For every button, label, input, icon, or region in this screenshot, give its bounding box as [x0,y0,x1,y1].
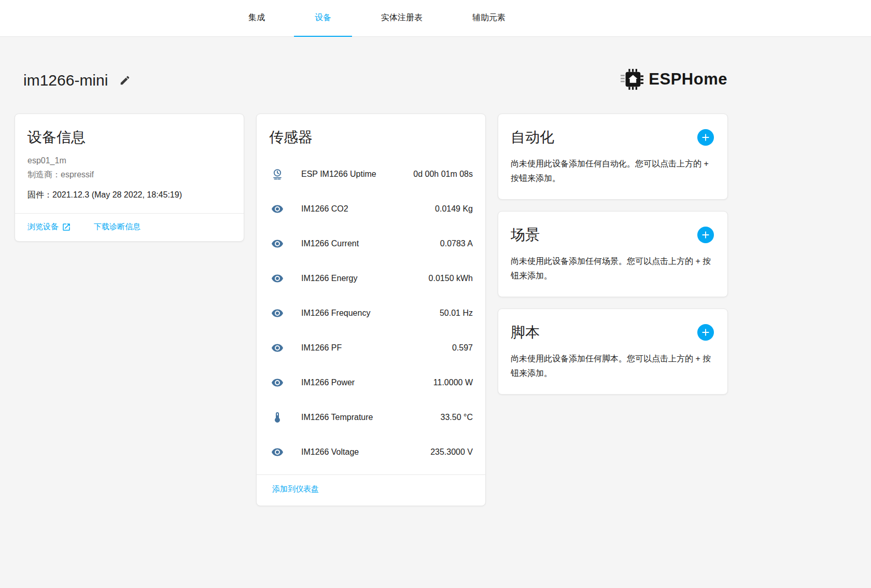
esphome-logo: ESPHome [621,68,727,91]
eye-icon [271,307,284,319]
sensors-title: 传感器 [257,114,485,153]
add-scene-button[interactable] [697,227,714,243]
scenes-description: 尚未使用此设备添加任何场景。您可以点击上方的 + 按钮来添加。 [498,250,727,297]
add-to-dashboard-label: 添加到仪表盘 [272,484,319,494]
sensor-value: 50.01 Hz [440,309,473,318]
sensor-row-uptime[interactable]: ESP IM1266 Uptime 0d 00h 01m 08s [257,157,485,191]
sensor-row-temperature[interactable]: IM1266 Temprature 33.50 °C [257,400,485,435]
open-in-new-icon [62,222,71,232]
visit-device-link[interactable]: 浏览设备 [27,222,71,232]
eye-icon [271,376,284,389]
scripts-header: 脚本 [498,309,727,347]
automations-card: 自动化 尚未使用此设备添加任何自动化。您可以点击上方的 + 按钮来添加。 [498,114,728,200]
sensor-list: ESP IM1266 Uptime 0d 00h 01m 08s IM1266 … [257,153,485,474]
sensor-value: 0.0149 Kg [435,204,473,214]
cards-grid: 设备信息 esp01_1m 制造商：espressif 固件：2021.12.3… [15,114,727,506]
sensor-value: 0d 00h 01m 08s [413,170,473,179]
sensor-row-pf[interactable]: IM1266 PF 0.597 [257,330,485,365]
automations-header: 自动化 [498,114,727,152]
sensor-row-power[interactable]: IM1266 Power 11.0000 W [257,365,485,400]
eye-icon [271,272,284,285]
device-model: esp01_1m [15,153,244,167]
scripts-card: 脚本 尚未使用此设备添加任何脚本。您可以点击上方的 + 按钮来添加。 [498,309,728,395]
eye-icon [271,237,284,250]
sensor-value: 0.597 [452,343,473,353]
device-manufacturer: 制造商：espressif [15,167,244,181]
scenes-header: 场景 [498,212,727,250]
sensor-value: 0.0150 kWh [429,274,473,283]
sensor-row-current[interactable]: IM1266 Current 0.0783 A [257,226,485,261]
automations-title: 自动化 [511,128,554,147]
tab-entity-registry[interactable]: 实体注册表 [360,0,443,37]
sensor-row-frequency[interactable]: IM1266 Frequency 50.01 Hz [257,296,485,330]
sensor-name: IM1266 Power [301,378,355,387]
sensor-value: 0.0783 A [440,239,473,248]
panels-column: 自动化 尚未使用此设备添加任何自动化。您可以点击上方的 + 按钮来添加。 场景 [498,114,728,406]
add-script-button[interactable] [697,324,714,341]
device-info-actions: 浏览设备 下载诊断信息 [15,213,244,241]
sensor-name: IM1266 Frequency [301,309,370,318]
scenes-card: 场景 尚未使用此设备添加任何场景。您可以点击上方的 + 按钮来添加。 [498,211,728,297]
sensor-name: IM1266 Energy [301,274,358,283]
tab-bar: 集成 设备 实体注册表 辅助元素 [0,0,812,37]
eye-icon [271,203,284,215]
add-to-dashboard-link[interactable]: 添加到仪表盘 [272,484,319,494]
sensor-row-co2[interactable]: IM1266 CO2 0.0149 Kg [257,191,485,226]
sensor-name: IM1266 Voltage [301,447,359,457]
esphome-logo-text: ESPHome [649,70,727,89]
device-info-column: 设备信息 esp01_1m 制造商：espressif 固件：2021.12.3… [15,114,244,242]
sensor-value: 235.3000 V [430,447,473,457]
title-row: im1266-mini [15,62,727,99]
download-diagnostics-link[interactable]: 下载诊断信息 [94,222,141,232]
eye-icon [271,446,284,458]
add-automation-button[interactable] [697,129,714,146]
thermometer-icon [271,411,284,424]
plus-icon [700,327,711,338]
edit-device-name-button[interactable] [117,73,133,88]
sensors-column: 传感器 ESP IM1266 Uptime 0d 00h 01 [256,114,486,506]
sensor-name: IM1266 CO2 [301,204,348,214]
sensor-value: 33.50 °C [441,413,473,422]
page-title: im1266-mini [23,72,108,89]
plus-icon [700,229,711,241]
tab-devices[interactable]: 设备 [294,0,352,37]
sensors-footer: 添加到仪表盘 [257,474,485,506]
device-info-card: 设备信息 esp01_1m 制造商：espressif 固件：2021.12.3… [15,114,244,242]
plus-icon [700,132,711,143]
scripts-description: 尚未使用此设备添加任何脚本。您可以点击上方的 + 按钮来添加。 [498,347,727,394]
tab-integrations[interactable]: 集成 [228,0,286,37]
tab-helpers[interactable]: 辅助元素 [452,0,526,37]
esphome-chip-icon [621,68,644,91]
visit-device-label: 浏览设备 [27,222,59,232]
sensor-name: IM1266 Current [301,239,359,248]
download-diagnostics-label: 下载诊断信息 [94,222,141,232]
scripts-title: 脚本 [511,323,540,342]
top-navigation-bar: 集成 设备 实体注册表 辅助元素 [0,0,871,37]
scenes-title: 场景 [511,225,540,245]
sensor-value: 11.0000 W [433,378,473,387]
pencil-icon [119,75,131,86]
sensors-card: 传感器 ESP IM1266 Uptime 0d 00h 01 [256,114,486,506]
page-content: im1266-mini [0,37,727,506]
automations-description: 尚未使用此设备添加任何自动化。您可以点击上方的 + 按钮来添加。 [498,152,727,199]
device-firmware: 固件：2021.12.3 (May 28 2022, 18:45:19) [15,188,244,213]
eye-icon [271,342,284,354]
sensor-name: IM1266 PF [301,343,342,353]
sensor-name: IM1266 Temprature [301,413,373,422]
timer-icon [271,168,284,180]
sensor-row-voltage[interactable]: IM1266 Voltage 235.3000 V [257,435,485,469]
sensor-name: ESP IM1266 Uptime [301,170,376,179]
device-info-title: 设备信息 [15,114,244,153]
sensor-row-energy[interactable]: IM1266 Energy 0.0150 kWh [257,261,485,296]
